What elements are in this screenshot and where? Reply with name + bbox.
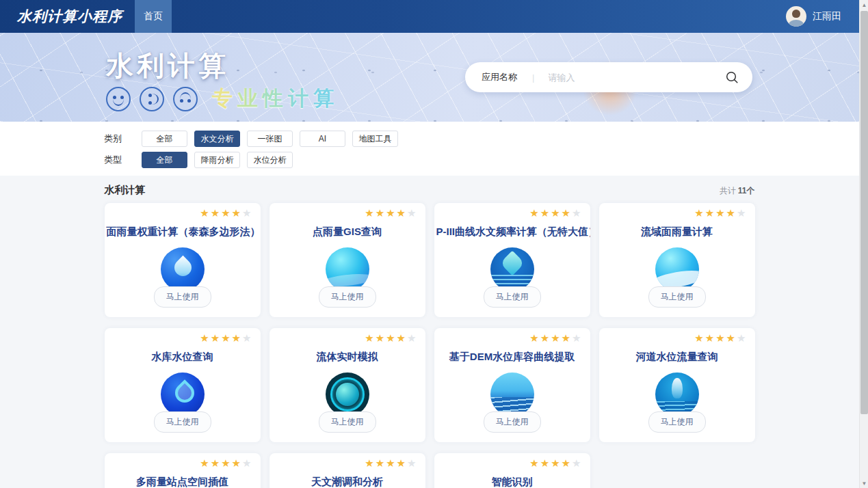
star-filled-icon: ★	[232, 332, 242, 344]
scrollbar-thumb[interactable]	[860, 11, 868, 414]
app-card-footer: 马上使用	[434, 286, 590, 308]
smiley-rotated-icon	[140, 87, 164, 111]
star-filled-icon: ★	[540, 207, 551, 219]
star-filled-icon: ★	[540, 332, 551, 344]
app-card-title: 流体实时模拟	[269, 351, 425, 364]
star-empty-icon: ★	[242, 332, 252, 344]
filter-option-水位分析[interactable]: 水位分析	[247, 152, 293, 168]
use-now-button[interactable]: 马上使用	[648, 286, 706, 308]
rating-stars: ★★★★★	[200, 333, 252, 343]
filter-option-全部[interactable]: 全部	[142, 152, 187, 168]
star-filled-icon: ★	[694, 332, 705, 344]
app-card-footer: 马上使用	[599, 286, 755, 308]
app-card: ★★★★★ 河道水位流量查询 马上使用	[599, 328, 755, 442]
count-value: 11个	[738, 186, 755, 195]
use-now-button[interactable]: 马上使用	[484, 411, 541, 433]
star-filled-icon: ★	[540, 457, 551, 469]
app-card-footer: 马上使用	[105, 286, 261, 308]
drop-wave-icon	[490, 247, 534, 291]
filter-option-一张图[interactable]: 一张图	[247, 131, 293, 147]
use-now-button[interactable]: 马上使用	[484, 286, 541, 308]
star-filled-icon: ★	[397, 332, 407, 344]
scrollbar-down-arrow-icon[interactable]: ▼	[860, 478, 868, 488]
user-name: 江雨田	[813, 10, 841, 23]
hero-subtitle-char: 业	[237, 87, 263, 109]
rating-stars: ★★★★★	[529, 458, 582, 468]
app-card-footer: 马上使用	[269, 286, 425, 308]
scrollbar-up-arrow-icon[interactable]: ▲	[860, 0, 868, 10]
app-card: ★★★★★ 流域面雨量计算 马上使用	[599, 203, 755, 317]
app-card: ★★★★★ 多雨量站点空间插值 马上使用	[105, 453, 261, 488]
star-filled-icon: ★	[529, 457, 540, 469]
star-filled-icon: ★	[397, 207, 407, 219]
rating-stars: ★★★★★	[365, 458, 417, 468]
top-navbar: 水利计算小程序 首页 江雨田	[0, 0, 859, 33]
filter-option-降雨分析[interactable]: 降雨分析	[194, 152, 240, 168]
star-filled-icon: ★	[376, 457, 386, 469]
rating-stars: ★★★★★	[200, 458, 252, 468]
app-card-title: 面雨量权重计算（泰森多边形法）	[105, 226, 261, 239]
water-drop-blue-icon	[161, 247, 205, 291]
star-empty-icon: ★	[242, 457, 252, 469]
star-filled-icon: ★	[365, 457, 375, 469]
star-filled-icon: ★	[529, 207, 540, 219]
search-bar: 应用名称 |	[465, 62, 752, 92]
use-now-button[interactable]: 马上使用	[319, 286, 376, 308]
orb-ring-icon	[326, 372, 369, 416]
filter-option-全部[interactable]: 全部	[142, 131, 187, 147]
app-card-grid: ★★★★★ 面雨量权重计算（泰森多边形法） 马上使用 ★★★★★ 点雨量GIS查…	[105, 203, 755, 488]
star-empty-icon: ★	[407, 332, 417, 344]
use-now-button[interactable]: 马上使用	[154, 411, 211, 433]
terrain-wave-icon	[490, 372, 534, 416]
hero-banner: 水利计算 专业性计算 应用名称 |	[0, 33, 859, 122]
sphere-wave-icon	[655, 247, 699, 291]
star-filled-icon: ★	[211, 332, 221, 344]
search-label: 应用名称	[482, 71, 517, 83]
star-empty-icon: ★	[407, 457, 417, 469]
user-avatar[interactable]	[786, 6, 806, 27]
hero-title: 水利计算	[106, 47, 229, 85]
rating-stars: ★★★★★	[529, 333, 582, 343]
star-filled-icon: ★	[726, 207, 737, 219]
star-filled-icon: ★	[715, 332, 726, 344]
filter-label: 类型	[104, 154, 142, 166]
star-filled-icon: ★	[694, 207, 705, 219]
page-scrollbar[interactable]: ▲ ▼	[859, 0, 868, 488]
star-filled-icon: ★	[529, 332, 540, 344]
nav-tab-home-label: 首页	[144, 10, 163, 23]
star-filled-icon: ★	[562, 207, 572, 219]
star-filled-icon: ★	[376, 207, 386, 219]
hero-subtitle: 专业性计算	[212, 85, 339, 113]
app-card: ★★★★★ 流体实时模拟 马上使用	[269, 328, 425, 442]
nav-tab-home[interactable]: 首页	[135, 0, 172, 33]
app-card-footer: 马上使用	[269, 411, 425, 433]
star-filled-icon: ★	[200, 332, 210, 344]
star-filled-icon: ★	[715, 207, 726, 219]
use-now-button[interactable]: 马上使用	[154, 286, 211, 308]
filter-option-AI[interactable]: AI	[300, 131, 345, 147]
app-card: ★★★★★ 水库水位查询 马上使用	[105, 328, 261, 442]
section-title: 水利计算	[105, 184, 146, 197]
section-count: 共计11个	[720, 185, 755, 197]
star-filled-icon: ★	[211, 457, 221, 469]
filter-option-水文分析[interactable]: 水文分析	[194, 131, 240, 147]
app-logo: 水利计算小程序	[17, 7, 135, 26]
use-now-button[interactable]: 马上使用	[648, 411, 706, 433]
drop-dark-icon	[161, 372, 205, 416]
star-filled-icon: ★	[386, 207, 396, 219]
filter-row: 类别 全部水文分析一张图AI地图工具	[104, 131, 859, 147]
app-card-footer: 马上使用	[599, 411, 755, 433]
app-card: ★★★★★ 智能识别 马上使用	[434, 453, 590, 488]
search-input[interactable]	[548, 72, 725, 83]
star-filled-icon: ★	[221, 332, 231, 344]
star-filled-icon: ★	[200, 207, 210, 219]
user-menu[interactable]: 江雨田	[786, 6, 841, 27]
star-filled-icon: ★	[232, 207, 242, 219]
star-filled-icon: ★	[221, 207, 231, 219]
filter-option-地图工具[interactable]: 地图工具	[352, 131, 398, 147]
use-now-button[interactable]: 马上使用	[319, 411, 376, 433]
star-filled-icon: ★	[726, 332, 737, 344]
app-card: ★★★★★ 基于DEM水位库容曲线提取 马上使用	[434, 328, 590, 442]
search-icon[interactable]	[725, 70, 739, 84]
app-card: ★★★★★ 天文潮调和分析 马上使用	[269, 453, 425, 488]
